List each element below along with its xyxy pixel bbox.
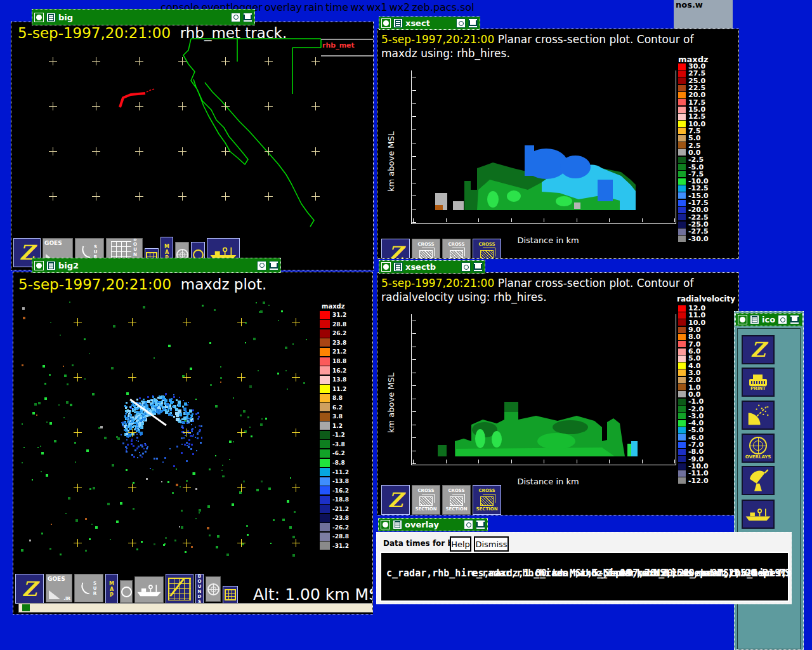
ship-button[interactable] xyxy=(742,500,775,529)
zoom-button[interactable] xyxy=(269,261,278,270)
help-button[interactable]: Help xyxy=(450,536,471,552)
colorbar-value: 8.8 xyxy=(332,395,343,401)
zoom-button[interactable] xyxy=(790,315,799,324)
y-tick-label xyxy=(390,105,408,115)
ship-icon xyxy=(136,582,162,598)
cross-section-button-2[interactable]: CROSSSECTION xyxy=(442,239,471,259)
window-doc-button[interactable] xyxy=(46,261,56,270)
colorbar: 12.0 11.0 10.0 9.0 8.0 7.0 6.0 5.0 4.0 xyxy=(678,305,709,484)
colorbar-swatch xyxy=(320,514,330,522)
cross-label: CROSS xyxy=(417,489,434,493)
titlebar-xsect[interactable]: xsect xyxy=(379,17,480,30)
iconify-button[interactable] xyxy=(464,520,473,529)
taskbar-button[interactable]: rain xyxy=(304,1,324,13)
colorbar-entry: -31.2 xyxy=(320,541,349,551)
window-menu-button[interactable] xyxy=(34,261,44,270)
colorbar-value: -26.2 xyxy=(332,524,349,531)
window-doc-button[interactable] xyxy=(393,262,403,272)
overlays-button[interactable]: OVERLAYS xyxy=(742,434,775,463)
radar-echo-field[interactable] xyxy=(13,272,373,614)
colorbar-entry: -28.8 xyxy=(320,532,349,541)
radar-grid-button-active[interactable] xyxy=(166,574,193,604)
grid-small-button[interactable] xyxy=(223,586,238,604)
x-axis-title: Distance in km xyxy=(507,235,589,245)
window-doc-button[interactable] xyxy=(393,18,403,28)
iconify-button[interactable] xyxy=(456,18,466,28)
window-doc-button[interactable] xyxy=(393,520,402,529)
map-button[interactable]: MAP xyxy=(105,574,118,604)
iconify-button[interactable] xyxy=(778,315,787,324)
zeb-logo-button[interactable]: Z xyxy=(381,239,410,259)
window-fragment-nos[interactable]: nos.w xyxy=(674,0,733,29)
zeb-logo-button[interactable]: Z xyxy=(381,485,410,515)
time-scrollbar[interactable] xyxy=(18,603,373,613)
colorbar-swatch xyxy=(678,348,686,355)
colorbar-swatch xyxy=(320,413,330,421)
taskbar-button[interactable]: overlay xyxy=(265,1,302,13)
time-scrollbar-thumb[interactable] xyxy=(22,604,30,611)
goes-ir-button[interactable]: GOES.IR xyxy=(46,574,72,602)
colorbar-swatch xyxy=(678,207,686,213)
y-tick-label xyxy=(15,372,48,382)
lon-axis xyxy=(39,221,332,234)
globe-button[interactable] xyxy=(206,576,221,602)
zoom-button[interactable] xyxy=(468,18,478,28)
cross-section-button-active[interactable]: CROSSSECTION xyxy=(473,485,501,515)
zoom-button[interactable] xyxy=(473,262,483,272)
window-menu-button[interactable] xyxy=(738,315,747,324)
satellite-dish-icon xyxy=(745,402,771,428)
colorbar-swatch xyxy=(678,391,686,397)
cross-section-button-1[interactable]: CROSSSECTION xyxy=(412,239,440,259)
titlebar-xsectb[interactable]: xsectb xyxy=(379,260,485,274)
cross-section-button-1[interactable]: CROSSSECTION xyxy=(412,485,440,515)
window-doc-button[interactable] xyxy=(750,315,759,324)
colorbar-swatch xyxy=(320,431,330,439)
colorbar-swatch xyxy=(678,222,686,228)
colorbar-entry: -3.8 xyxy=(320,440,349,449)
iconify-button[interactable] xyxy=(461,262,471,272)
zoom-button[interactable] xyxy=(476,520,485,529)
taskbar-button[interactable]: wx xyxy=(350,1,365,13)
titlebar-big[interactable]: big xyxy=(32,9,255,25)
zoom-button[interactable] xyxy=(243,13,252,22)
zeb-logo-button[interactable]: Z xyxy=(742,335,775,364)
taskbar-button[interactable]: wx1 xyxy=(367,1,388,13)
xsect-plot[interactable] xyxy=(411,70,676,224)
circle-button[interactable] xyxy=(120,580,133,603)
window-menu-button[interactable] xyxy=(34,13,44,22)
dismiss-button[interactable]: Dismiss xyxy=(474,536,509,552)
titlebar-big2[interactable]: big2 xyxy=(32,258,281,273)
iconify-button[interactable] xyxy=(231,13,240,22)
cross-section-button-active[interactable]: CROSSSECTION xyxy=(473,239,501,259)
titlebar-overlay[interactable]: overlay xyxy=(378,518,488,531)
radar-dish-button[interactable] xyxy=(742,466,775,495)
satellite-button[interactable] xyxy=(742,401,775,430)
colorbar-value: 1.2 xyxy=(332,423,343,429)
ship-button[interactable] xyxy=(134,576,164,603)
window-menu-button[interactable] xyxy=(381,18,391,28)
colorbar-swatch xyxy=(678,470,686,477)
xsectb-plot[interactable] xyxy=(411,314,676,465)
surveillance-radar-button[interactable]: SUR xyxy=(74,574,103,602)
colorbar-swatch xyxy=(678,312,686,319)
window-doc-button[interactable] xyxy=(46,13,56,22)
print-button[interactable]: PRINT xyxy=(742,368,775,397)
bounds-button[interactable]: BOUNDS xyxy=(195,574,204,604)
colorbar-value: -12.0 xyxy=(688,477,709,485)
y-tick-label xyxy=(390,348,408,358)
taskbar-button[interactable]: zeb.pacs.sol xyxy=(412,1,474,13)
titlebar-icons[interactable]: ico xyxy=(735,313,802,326)
iconify-button[interactable] xyxy=(257,261,266,270)
window-menu-button[interactable] xyxy=(381,520,390,529)
y-tick-label xyxy=(15,317,48,327)
table-row[interactable]: c_radar,rhb_hires,maxdz,1.00 km MSL,5-Se… xyxy=(381,567,788,580)
colorbar-value: -31.2 xyxy=(332,543,349,549)
colorbar: 30.0 27.5 25.0 22.5 20.0 17.5 15.0 12.5 … xyxy=(678,63,709,242)
taskbar-button[interactable]: wx2 xyxy=(390,1,410,13)
taskbar-button[interactable]: time xyxy=(325,1,348,13)
zeb-logo-button[interactable]: Z xyxy=(15,574,44,604)
radar-dish-icon xyxy=(80,246,93,258)
cross-label: CROSS xyxy=(478,489,495,493)
window-menu-button[interactable] xyxy=(381,262,391,272)
cross-section-button-2[interactable]: CROSSSECTION xyxy=(442,485,471,515)
